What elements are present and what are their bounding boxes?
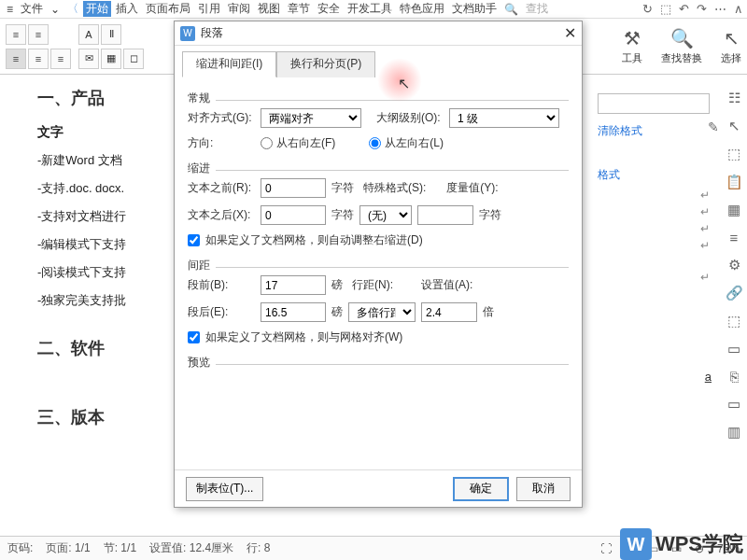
select-icon[interactable]: ⬚ <box>727 146 740 162</box>
unit-label: 磅 <box>331 304 343 320</box>
indent-left-icon[interactable]: ≡ <box>6 24 26 45</box>
layers-icon[interactable]: ⬚ <box>727 313 740 329</box>
style-select[interactable] <box>598 93 710 114</box>
wps-logo-text: WPS学院 <box>655 530 743 558</box>
exit-icon[interactable]: ⎘ <box>730 369 739 385</box>
align-select[interactable]: 两端对齐 <box>261 108 361 128</box>
undo-icon[interactable]: ↶ <box>679 2 689 16</box>
list-btn[interactable]: ≡ <box>50 49 71 69</box>
clipboard-icon[interactable]: 📋 <box>726 174 743 190</box>
linespace-btn[interactable]: ≡ <box>28 49 49 69</box>
section-indent: 缩进 <box>188 161 210 175</box>
page-indicator[interactable]: 页面: 1/1 <box>46 540 90 556</box>
pencil-icon[interactable]: ✎ <box>708 119 719 134</box>
props-icon[interactable]: ☷ <box>728 90 740 106</box>
window-controls: ↻ ⬚ ↶ ↷ ⋯ ∧ <box>642 2 743 16</box>
indent-after-label: 文本之后(X): <box>188 207 255 223</box>
redo-icon[interactable]: ↷ <box>697 2 707 16</box>
menu-hamburger[interactable]: ≡ <box>4 3 16 16</box>
rtl-radio[interactable]: 从右向左(F) <box>261 135 335 151</box>
space-after-input[interactable] <box>261 302 326 322</box>
metric-input[interactable] <box>417 205 473 225</box>
menu-tab-insert[interactable]: 插入 <box>113 1 141 17</box>
menu-caret-icon[interactable]: ⌄ <box>48 3 63 16</box>
section-indicator[interactable]: 节: 1/1 <box>104 540 136 556</box>
grid-align-label: 如果定义了文档网格，则与网格对齐(W) <box>205 329 402 345</box>
cursor-icon[interactable]: ↖ <box>728 118 740 134</box>
view-icon[interactable]: ⛶ <box>600 542 612 555</box>
select-button[interactable]: ↖ 选择 <box>721 27 741 65</box>
message-icon[interactable]: ✉ <box>78 49 99 69</box>
menu-file[interactable]: 文件 <box>18 1 46 17</box>
outline-label: 大纲级别(O): <box>376 110 444 126</box>
close-icon[interactable]: ✕ <box>564 24 576 42</box>
tools-label: 工具 <box>622 51 642 65</box>
menu-tab-special[interactable]: 特色应用 <box>397 1 447 17</box>
sync-icon[interactable]: ↻ <box>642 2 653 16</box>
tabs-button[interactable]: 制表位(T)... <box>186 477 263 501</box>
menu-tab-chapter[interactable]: 章节 <box>285 1 313 17</box>
menu-tab-reference[interactable]: 引用 <box>195 1 223 17</box>
ltr-radio[interactable]: 从左向右(L) <box>369 135 444 151</box>
special-select[interactable]: (无) <box>359 205 412 225</box>
align-btn[interactable]: ≡ <box>6 49 26 69</box>
menu-tab-layout[interactable]: 页面布局 <box>143 1 193 17</box>
search-field[interactable]: 查找 <box>523 1 551 17</box>
menu-prev-icon[interactable]: 〈 <box>64 1 81 17</box>
unit-label: 字符 <box>479 207 501 223</box>
link-icon[interactable]: 🔗 <box>726 285 743 301</box>
dialog-title: 段落 <box>201 25 223 41</box>
setval-indicator: 设置值: 12.4厘米 <box>149 540 233 556</box>
line-spacing-select[interactable]: 多倍行距 <box>348 302 416 322</box>
a-indicator: a <box>705 370 712 384</box>
dialog-tabs: 缩进和间距(I) 换行和分页(P) <box>182 51 574 77</box>
set-value-input[interactable] <box>421 302 477 322</box>
grid-icon[interactable]: ▦ <box>727 202 740 218</box>
doc-icon[interactable]: ▭ <box>727 341 740 357</box>
menu-tab-dev[interactable]: 开发工具 <box>345 1 395 17</box>
body-line: -支持.doc. docx. <box>37 180 168 197</box>
find-replace-button[interactable]: 🔍 查找替换 <box>661 27 702 65</box>
tab-indent-spacing[interactable]: 缩进和间距(I) <box>182 51 276 77</box>
menu-tab-dochelper[interactable]: 文档助手 <box>449 1 500 17</box>
formula-icon[interactable]: Ⅱ <box>101 24 121 45</box>
indent-before-input[interactable] <box>261 178 326 198</box>
menu-tab-start[interactable]: 开始 <box>83 1 111 17</box>
set-value-label: 设置值(A): <box>421 277 472 293</box>
subheading: 文字 <box>37 124 168 141</box>
share-icon[interactable]: ⬚ <box>660 2 671 16</box>
dialog-icon: W <box>180 26 195 41</box>
collapse-icon[interactable]: ∧ <box>734 2 743 16</box>
tools-button[interactable]: ⚒ 工具 <box>622 27 642 65</box>
indent-before-label: 文本之前(R): <box>188 180 255 196</box>
stack-icon[interactable]: ▥ <box>727 424 740 441</box>
chart-icon[interactable]: ≡ <box>730 230 739 245</box>
paragraph-dialog: W 段落 ✕ 缩进和间距(I) 换行和分页(P) 常规 对齐方式(G): 两端对… <box>174 21 583 508</box>
space-before-label: 段前(B): <box>188 277 255 293</box>
body-line: -支持对文档进行 <box>37 208 168 225</box>
right-sidebar: ☷ ↖ ⬚ 📋 ▦ ≡ ⚙ 🔗 ⬚ ▭ ⎘ ▭ ▥ <box>721 84 747 441</box>
outline-select[interactable]: 1 级 <box>449 108 559 128</box>
menu-tab-review[interactable]: 审阅 <box>225 1 253 17</box>
ok-button[interactable]: 确定 <box>453 477 509 501</box>
more-icon[interactable]: ⋯ <box>714 2 726 16</box>
clear-format-link[interactable]: 清除格式 <box>598 123 719 139</box>
heading-2: 二、软件 <box>37 337 168 359</box>
format-link[interactable]: 格式 <box>598 167 719 183</box>
menu-tab-security[interactable]: 安全 <box>315 1 343 17</box>
shape-icon[interactable]: ◻ <box>123 49 144 69</box>
cancel-button[interactable]: 取消 <box>516 477 571 501</box>
tab-line-page[interactable]: 换行和分页(P) <box>276 51 375 77</box>
grid-icon[interactable]: ▦ <box>101 49 121 69</box>
indent-right-icon[interactable]: ≡ <box>28 24 49 45</box>
settings-icon[interactable]: ⚙ <box>728 257 740 273</box>
grid-align-checkbox[interactable] <box>188 331 200 343</box>
search-icon[interactable]: 🔍 <box>501 3 521 16</box>
indent-after-input[interactable] <box>261 205 326 225</box>
text-style-icon[interactable]: A <box>78 24 99 45</box>
space-before-input[interactable] <box>261 275 326 295</box>
unit-label: 磅 <box>331 277 343 293</box>
page-icon[interactable]: ▭ <box>727 396 740 413</box>
menu-tab-view[interactable]: 视图 <box>255 1 283 17</box>
auto-indent-checkbox[interactable] <box>188 234 200 246</box>
